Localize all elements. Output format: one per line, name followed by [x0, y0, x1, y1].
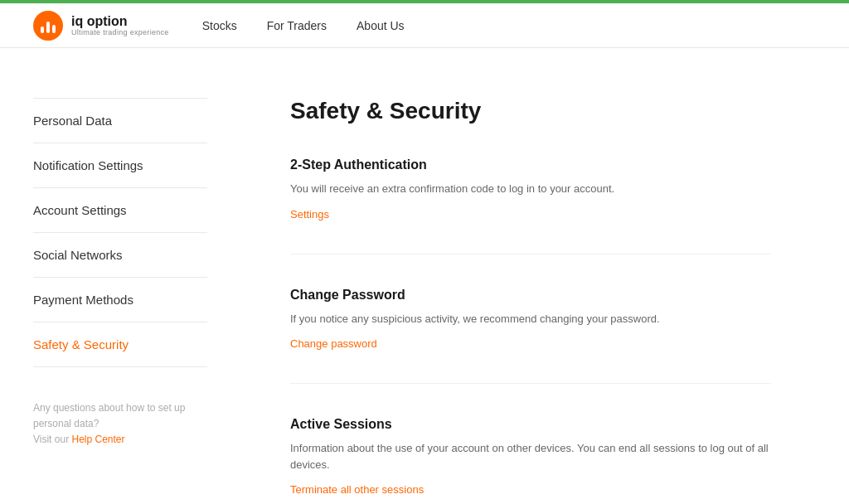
logo-bar-1: [41, 27, 44, 33]
logo-title: iq option: [71, 14, 169, 29]
logo-icon: [33, 11, 63, 41]
logo-bar-2: [46, 22, 50, 33]
section-two-step-desc: You will receive an extra confirmation c…: [290, 181, 771, 197]
sidebar-item-notification-settings[interactable]: Notification Settings: [33, 143, 207, 188]
sidebar-help-text: Any questions about how to set up person…: [33, 402, 185, 429]
section-two-step: 2-Step Authentication You will receive a…: [290, 158, 771, 254]
main-container: Personal Data Notification Settings Acco…: [0, 48, 849, 504]
section-two-step-title: 2-Step Authentication: [290, 158, 771, 172]
section-active-sessions-link[interactable]: Terminate all other sessions: [290, 483, 424, 496]
logo-bars: [41, 18, 56, 33]
help-center-link[interactable]: Help Center: [71, 434, 124, 445]
nav-about-us[interactable]: About Us: [357, 19, 405, 32]
sidebar-item-social-networks[interactable]: Social Networks: [33, 233, 207, 278]
sidebar-item-account-settings[interactable]: Account Settings: [33, 188, 207, 233]
section-change-password: Change Password If you notice any suspic…: [290, 288, 771, 385]
section-two-step-link[interactable]: Settings: [290, 208, 329, 220]
section-change-password-desc: If you notice any suspicious activity, w…: [290, 311, 771, 327]
section-active-sessions-title: Active Sessions: [290, 417, 771, 432]
sidebar-help: Any questions about how to set up person…: [33, 400, 207, 448]
nav-links: Stocks For Traders About Us: [202, 19, 405, 32]
sidebar-item-personal-data[interactable]: Personal Data: [33, 98, 207, 143]
section-change-password-title: Change Password: [290, 288, 771, 303]
nav-for-traders[interactable]: For Traders: [267, 19, 327, 32]
header: iq option Ultimate trading experience St…: [0, 3, 849, 48]
logo-subtitle: Ultimate trading experience: [71, 28, 169, 36]
nav-stocks[interactable]: Stocks: [202, 19, 237, 32]
sidebar-item-payment-methods[interactable]: Payment Methods: [33, 278, 207, 322]
logo-bar-3: [52, 25, 56, 33]
sidebar-item-safety-security[interactable]: Safety & Security: [33, 322, 207, 367]
section-change-password-link[interactable]: Change password: [290, 337, 377, 350]
content: Safety & Security 2-Step Authentication …: [240, 98, 821, 504]
logo-area: iq option Ultimate trading experience: [33, 11, 169, 41]
sidebar-help-prefix: Visit our: [33, 434, 71, 445]
section-active-sessions-desc: Information about the use of your accoun…: [290, 440, 771, 472]
sidebar: Personal Data Notification Settings Acco…: [0, 98, 240, 504]
logo-text-area: iq option Ultimate trading experience: [71, 14, 169, 37]
page-title: Safety & Security: [290, 98, 771, 124]
section-active-sessions: Active Sessions Information about the us…: [290, 417, 771, 504]
